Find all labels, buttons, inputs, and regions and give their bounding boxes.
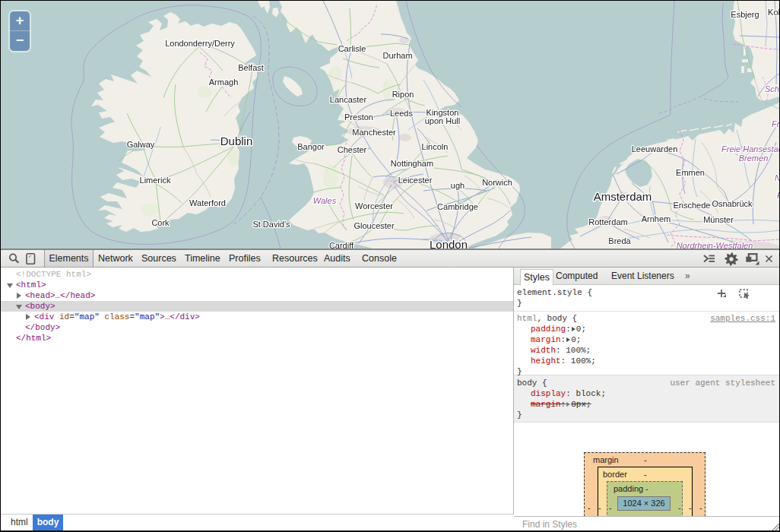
svg-text:Leeds: Leeds (390, 109, 413, 118)
svg-text:Münster: Münster (703, 215, 734, 224)
svg-text:Gloucester: Gloucester (354, 221, 395, 230)
svg-text:Freie Hansestadt: Freie Hansestadt (721, 144, 779, 154)
svg-text:Galway: Galway (127, 140, 155, 149)
svg-text:Lincoln: Lincoln (422, 142, 449, 151)
svg-text:Belfast: Belfast (238, 63, 264, 72)
svg-text:Freie: Freie (772, 119, 779, 128)
svg-text:Emmen: Emmen (676, 168, 705, 177)
svg-text:Bangor: Bangor (297, 142, 325, 151)
svg-text:Preston: Preston (344, 112, 373, 122)
svg-text:Nordrhein-Westfalen: Nordrhein-Westfalen (677, 241, 753, 249)
svg-text:Nottingham: Nottingham (391, 159, 433, 168)
svg-text:Bremen: Bremen (739, 154, 769, 163)
svg-text:Osnabrück: Osnabrück (712, 199, 753, 208)
svg-text:London: London (430, 238, 468, 249)
svg-text:H: H (777, 191, 779, 200)
svg-text:Lancaster: Lancaster (330, 95, 367, 104)
svg-text:Leeuwarden: Leeuwarden (632, 144, 678, 154)
svg-text:Rotterdam: Rotterdam (588, 217, 627, 226)
svg-text:Cork: Cork (151, 218, 170, 227)
svg-text:Cardiff: Cardiff (329, 241, 354, 249)
svg-text:Norwich: Norwich (482, 178, 512, 187)
svg-text:Enschede: Enschede (674, 201, 711, 210)
svg-text:Cambridge: Cambridge (437, 202, 478, 211)
svg-text:Manchester: Manchester (352, 128, 396, 137)
svg-text:Limerick: Limerick (140, 176, 171, 185)
svg-text:Londonderry/Derry: Londonderry/Derry (165, 39, 235, 48)
svg-text:Arnhem: Arnhem (642, 214, 671, 223)
svg-text:Nie: Nie (775, 173, 779, 182)
svg-text:ugh: ugh (451, 181, 465, 190)
svg-text:Waterford: Waterford (189, 198, 226, 207)
svg-text:Amsterdam: Amsterdam (594, 190, 652, 203)
svg-text:Wales: Wales (313, 196, 337, 205)
svg-text:Worcester: Worcester (355, 201, 393, 211)
svg-text:Armagh: Armagh (209, 78, 239, 87)
svg-text:St David's: St David's (252, 220, 290, 229)
svg-text:upon Hull: upon Hull (425, 116, 460, 125)
svg-text:Esbjerg: Esbjerg (731, 10, 759, 19)
svg-text:Schles: Schles (765, 84, 779, 93)
svg-text:Breda: Breda (608, 236, 631, 245)
svg-text:Ripon: Ripon (392, 90, 414, 99)
svg-text:Leicester: Leicester (398, 176, 433, 185)
svg-text:Dublin: Dublin (220, 135, 253, 147)
svg-text:Chester: Chester (338, 145, 367, 154)
svg-text:Durham: Durham (382, 51, 412, 60)
svg-text:Carlisle: Carlisle (338, 44, 366, 53)
svg-text:Kol: Kol (768, 8, 779, 17)
